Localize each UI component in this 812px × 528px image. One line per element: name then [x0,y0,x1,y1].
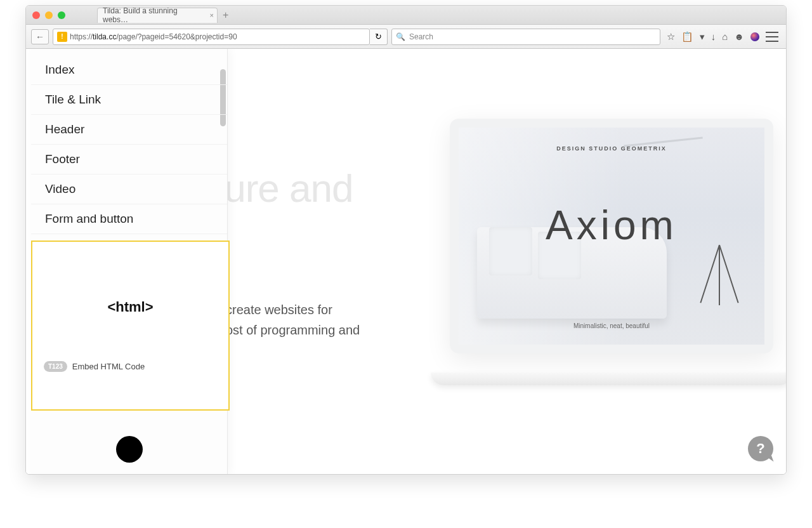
category-tile-link[interactable]: Tile & Link [31,85,227,115]
category-label: Footer [45,152,80,166]
new-tab-button[interactable]: + [223,10,228,21]
category-label: Header [45,122,84,136]
download-icon[interactable]: ↓ [711,31,716,42]
category-label: Index [45,63,74,76]
face-icon[interactable]: ☻ [734,31,744,42]
hero-body-line1: create websites for [226,300,360,320]
search-icon: 🔍 [396,32,405,41]
category-footer[interactable]: Footer [31,145,227,175]
category-label: Tile & Link [45,93,101,106]
hero-body: create websites for ost of programming a… [226,300,360,340]
tab-close-icon[interactable]: × [210,11,214,19]
category-list: Index Tile & Link Header Footer Video Fo… [31,49,227,264]
extension-icon[interactable] [750,32,759,41]
search-bar[interactable]: 🔍 Search [391,29,660,45]
block-library-panel: Index Tile & Link Header Footer Video Fo… [31,49,228,474]
minimize-icon[interactable] [45,11,53,19]
url-path: /page/?pageid=54620&projectid=90 [116,32,237,41]
close-icon[interactable] [32,11,40,19]
block-title: Embed HTML Code [72,362,145,371]
laptop-base [431,373,786,385]
security-warning-icon: ! [57,32,67,42]
url-proto: https:// [70,32,93,41]
laptop-brand-text: DESIGN STUDIO GEOMETRIX [459,145,764,152]
category-label: Form and button [45,212,133,225]
laptop-mockup: DESIGN STUDIO GEOMETRIX Axiom Minimalist… [431,119,786,385]
home-icon[interactable]: ⌂ [722,31,728,42]
laptop-camera [610,122,613,126]
clipboard-icon[interactable]: 📋 [681,31,693,43]
add-block-button[interactable] [116,436,143,463]
category-video[interactable]: Video [31,175,227,204]
category-index[interactable]: Index [31,55,227,85]
browser-tab[interactable]: Tilda: Build a stunning webs… × [97,8,218,23]
category-label: Video [45,182,75,195]
maximize-icon[interactable] [58,11,65,19]
reload-button[interactable]: ↻ [370,29,388,45]
back-button[interactable]: ← [31,29,49,44]
block-card-embed-html[interactable]: <html> T123 Embed HTML Code [31,241,230,411]
tripod-shape [709,245,728,306]
hero-body-line2: ost of programming and [226,320,360,340]
url-host: tilda.cc [93,32,116,41]
bookmark-star-icon[interactable]: ☆ [667,31,675,43]
laptop-title-text: Axiom [459,202,764,249]
traffic-lights [32,11,65,19]
category-form-button[interactable]: Form and button [31,204,227,234]
tab-title: Tilda: Build a stunning webs… [103,6,204,24]
menu-button[interactable] [766,32,778,42]
laptop-tagline-text: Minimalistic, neat, beautiful [459,322,764,329]
toolbar: ← ! https://tilda.cc/page/?pageid=54620&… [26,25,786,49]
block-code-badge: T123 [44,361,67,372]
category-header[interactable]: Header [31,115,227,145]
laptop-screen: DESIGN STUDIO GEOMETRIX Axiom Minimalist… [450,119,773,353]
browser-window: Tilda: Build a stunning webs… × + ← ! ht… [25,5,787,475]
help-icon: ? [756,440,764,457]
pocket-icon[interactable]: ▾ [700,31,705,43]
url-bar[interactable]: ! https://tilda.cc/page/?pageid=54620&pr… [53,29,370,45]
toolbar-icons: ☆ 📋 ▾ ↓ ⌂ ☻ [664,31,781,43]
html-tag-icon: <html> [107,299,153,315]
search-placeholder: Search [409,32,433,41]
titlebar: Tilda: Build a stunning webs… × + [26,6,786,25]
page-viewport: Architecture and design create websites … [26,49,786,474]
room-image: DESIGN STUDIO GEOMETRIX Axiom Minimalist… [459,128,764,345]
help-button[interactable]: ? [748,436,773,461]
block-preview: <html> [39,253,222,361]
block-meta: T123 Embed HTML Code [39,361,222,372]
